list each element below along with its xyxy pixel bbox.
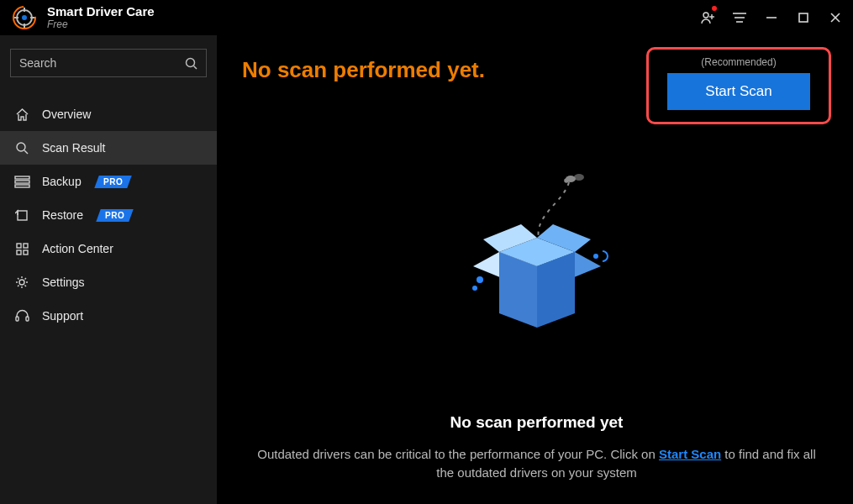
- backup-icon: [13, 176, 30, 188]
- svg-rect-25: [17, 244, 21, 248]
- headset-icon: [13, 309, 30, 323]
- start-scan-link[interactable]: Start Scan: [659, 447, 721, 461]
- maximize-button[interactable]: [787, 4, 819, 31]
- sidebar-item-backup[interactable]: Backup PRO: [0, 165, 217, 198]
- sidebar-item-settings[interactable]: Settings: [0, 265, 217, 299]
- svg-rect-6: [30, 17, 34, 18]
- start-scan-highlight: (Recommended) Start Scan: [646, 47, 831, 124]
- gear-icon: [13, 276, 30, 289]
- svg-rect-28: [24, 250, 28, 255]
- sidebar-item-action-center[interactable]: Action Center: [0, 232, 217, 265]
- sidebar-item-support[interactable]: Support: [0, 299, 217, 333]
- main-panel: No scan performed yet. (Recommended) Sta…: [217, 35, 853, 504]
- svg-rect-27: [17, 250, 21, 255]
- sidebar: Overview Scan Result Backup PRO: [0, 35, 217, 504]
- sidebar-item-label: Restore: [42, 208, 83, 222]
- sidebar-item-overview[interactable]: Overview: [0, 97, 217, 131]
- search-input[interactable]: [19, 56, 185, 70]
- empty-desc-pre: Outdated drivers can be critical to the …: [257, 447, 659, 461]
- sidebar-item-label: Settings: [42, 276, 85, 289]
- svg-point-42: [477, 276, 483, 283]
- app-logo-icon: [8, 2, 40, 34]
- pro-badge: PRO: [96, 209, 134, 222]
- empty-illustration: [242, 124, 831, 413]
- svg-rect-23: [15, 185, 29, 187]
- nav: Overview Scan Result Backup PRO: [0, 97, 217, 333]
- svg-line-18: [194, 66, 197, 69]
- svg-rect-24: [18, 211, 27, 220]
- minimize-button[interactable]: [756, 4, 787, 31]
- empty-state: No scan performed yet Outdated drivers c…: [242, 413, 831, 487]
- grid-icon: [13, 243, 30, 255]
- svg-rect-22: [15, 181, 29, 183]
- svg-point-33: [574, 174, 584, 181]
- search-box[interactable]: [10, 49, 207, 77]
- empty-description: Outdated drivers can be critical to the …: [251, 445, 823, 482]
- sidebar-item-label: Support: [42, 309, 83, 323]
- sidebar-item-label: Backup: [42, 175, 82, 188]
- sidebar-item-label: Action Center: [42, 242, 113, 255]
- svg-rect-14: [799, 13, 808, 22]
- svg-rect-3: [24, 8, 25, 12]
- pro-badge: PRO: [94, 176, 132, 188]
- svg-rect-26: [24, 244, 28, 248]
- sidebar-item-scan-result[interactable]: Scan Result: [0, 131, 217, 165]
- restore-icon: [13, 208, 30, 223]
- close-button[interactable]: [819, 4, 851, 31]
- sidebar-item-restore[interactable]: Restore PRO: [0, 198, 217, 232]
- svg-point-29: [19, 280, 24, 285]
- svg-rect-4: [24, 24, 25, 28]
- svg-point-34: [565, 179, 568, 182]
- svg-rect-5: [14, 17, 18, 18]
- svg-line-20: [24, 150, 28, 154]
- svg-rect-21: [15, 176, 29, 179]
- sidebar-item-label: Overview: [42, 108, 91, 121]
- empty-title: No scan performed yet: [242, 413, 831, 432]
- title-block: Smart Driver Care Free: [47, 5, 155, 30]
- app-edition: Free: [47, 18, 155, 30]
- search-icon: [185, 57, 197, 70]
- titlebar-tray: [692, 0, 851, 35]
- sidebar-item-label: Scan Result: [42, 141, 105, 155]
- svg-point-19: [17, 143, 25, 151]
- svg-point-44: [593, 254, 598, 259]
- start-scan-button[interactable]: Start Scan: [667, 73, 810, 110]
- svg-point-17: [187, 58, 195, 66]
- svg-point-7: [703, 13, 708, 18]
- titlebar: Smart Driver Care Free: [0, 0, 853, 35]
- scan-icon: [13, 141, 30, 155]
- scan-headline: No scan performed yet.: [242, 57, 485, 83]
- svg-point-2: [22, 15, 27, 20]
- app-name: Smart Driver Care: [47, 5, 155, 18]
- account-icon[interactable]: [692, 4, 724, 31]
- svg-point-43: [472, 286, 477, 291]
- home-icon: [13, 108, 30, 122]
- recommended-label: (Recommended): [701, 56, 776, 68]
- menu-icon[interactable]: [724, 4, 756, 31]
